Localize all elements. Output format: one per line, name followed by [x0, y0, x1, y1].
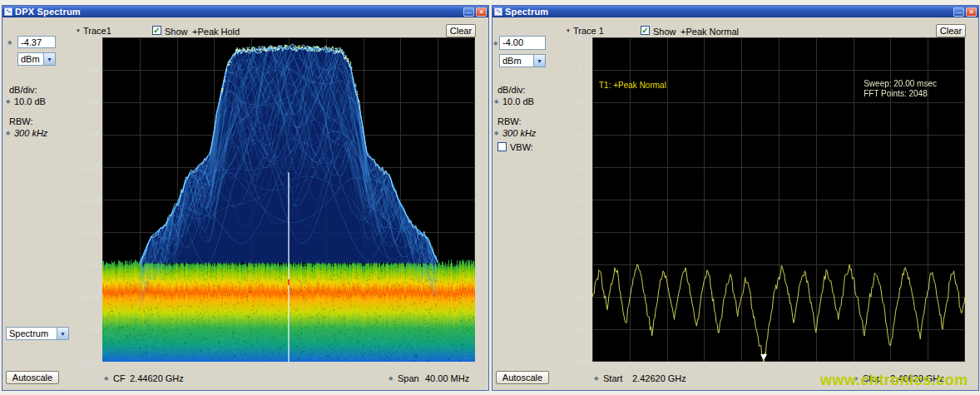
spectrum-plot: T1: +Peak Normal Sweep: 20.00 msec FFT P… [592, 37, 965, 362]
span-label: Span [398, 373, 419, 383]
y-axis-label: -104.0 [566, 358, 589, 367]
unit-select[interactable]: dBm ▼ [499, 54, 546, 67]
y-axis-label: -34.0 [570, 131, 589, 140]
y-axis-label: -14.0 [570, 66, 589, 75]
fft-points-text: FFT Points: 2048 [864, 89, 937, 99]
dropdown-arrow-icon: ▼ [57, 328, 68, 339]
y-axis-label: -94.4 [80, 325, 99, 334]
window-title: Spectrum [505, 7, 548, 17]
y-axis-label: -24.4 [80, 98, 99, 107]
dpx-plot [102, 37, 475, 362]
db-div-label: dB/div: [497, 85, 526, 95]
spectrum-window: ∿ Spectrum — ✕ ◆ -4.00 dBm ▼ dB/div: ◆ 1… [492, 5, 979, 391]
y-axis: -4.4-14.4-24.4-34.4-44.4-54.4-64.4-74.4-… [72, 37, 101, 363]
db-div-value[interactable]: 10.0 dB [502, 96, 534, 106]
spectrum-titlebar[interactable]: ∿ Spectrum — ✕ [492, 6, 978, 17]
dpx-body: ◆ -4.37 dBm ▼ dB/div: ◆ 10.0 dB RBW: ◆ 3… [2, 17, 488, 390]
y-axis-label: -64.0 [570, 228, 589, 237]
app-icon: ∿ [494, 7, 502, 16]
detector-label: +Peak Normal [681, 27, 739, 37]
desktop: ∿ DPX Spectrum — ✕ ◆ -4.37 dBm ▼ dB/div:… [0, 0, 980, 395]
sweep-annotation: Sweep: 20.00 msec FFT Points: 2048 [864, 79, 937, 99]
sweep-text: Sweep: 20.00 msec [864, 79, 937, 89]
y-axis-label: -64.4 [80, 228, 99, 237]
rbw-label: RBW: [9, 116, 33, 126]
dropdown-arrow-icon: ▼ [533, 55, 545, 67]
db-div-label: dB/div: [9, 85, 37, 95]
span-value[interactable]: 40.00 MHz [425, 373, 469, 383]
y-axis-label: -24.0 [570, 98, 589, 107]
unit-value: dBm [500, 56, 533, 66]
cf-label: CF [113, 373, 126, 383]
dpx-plot-canvas[interactable] [102, 37, 475, 362]
y-axis-label: -44.4 [80, 163, 99, 172]
show-label: Show [653, 27, 676, 37]
vbw-label: VBW: [510, 142, 533, 152]
db-div-value[interactable]: 10.0 dB [14, 96, 46, 106]
anchor-icon: ◆ [494, 98, 498, 105]
y-axis-label: -4.0 [575, 33, 589, 42]
start-value[interactable]: 2.42620 GHz [632, 373, 686, 383]
y-axis-label: -4.4 [85, 33, 99, 42]
show-checkbox[interactable]: ✓ [152, 26, 161, 35]
y-axis-label: -14.4 [80, 66, 99, 75]
y-axis-label: -74.4 [80, 260, 99, 269]
anchor-icon: ◆ [6, 130, 10, 136]
rbw-value[interactable]: 300 kHz [14, 128, 47, 138]
anchor-icon: ◆ [494, 130, 498, 136]
y-axis: -4.0-14.0-24.0-34.0-44.0-54.0-64.0-74.0-… [562, 37, 591, 363]
dpx-spectrum-window: ∿ DPX Spectrum — ✕ ◆ -4.37 dBm ▼ dB/div:… [2, 5, 489, 391]
clear-button[interactable]: Clear [936, 24, 966, 37]
y-axis-label: -94.0 [570, 325, 589, 334]
cf-value[interactable]: 2.44620 GHz [130, 373, 184, 383]
window-title: DPX Spectrum [15, 7, 81, 17]
anchor-icon: ◆ [6, 98, 10, 105]
ref-level-field[interactable]: -4.00 [499, 36, 546, 50]
rbw-value[interactable]: 300 kHz [502, 128, 536, 138]
spectrum-body: ◆ -4.00 dBm ▼ dB/div: ◆ 10.0 dB RBW: ◆ 3… [492, 17, 978, 390]
anchor-icon: ◆ [7, 39, 12, 46]
y-axis-label: -54.4 [80, 195, 99, 205]
display-mode-value: Spectrum [7, 328, 57, 338]
minimize-button[interactable]: — [463, 7, 474, 17]
autoscale-button[interactable]: Autoscale [496, 371, 549, 384]
y-axis-label: -54.0 [570, 195, 589, 205]
check-icon: ✓ [641, 27, 649, 34]
y-axis-label: -84.0 [570, 293, 589, 302]
close-button[interactable]: ✕ [476, 7, 487, 17]
y-axis-label: -84.4 [80, 293, 99, 302]
clear-button[interactable]: Clear [446, 24, 476, 37]
unit-select[interactable]: dBm ▼ [17, 52, 56, 66]
watermark: www.chtronics.com [820, 372, 968, 389]
dropdown-arrow-icon: ▼ [43, 53, 55, 65]
ref-level-field[interactable]: -4.37 [17, 36, 56, 48]
y-axis-label: -104.4 [76, 358, 99, 367]
show-checkbox[interactable]: ✓ [641, 26, 650, 35]
vbw-checkbox[interactable] [497, 142, 507, 151]
y-axis-label: -74.0 [570, 260, 589, 269]
trace-selector-arrow-icon[interactable]: ▼ [566, 28, 571, 33]
check-icon: ✓ [153, 27, 161, 34]
anchor-icon: ◆ [389, 375, 393, 382]
y-axis-label: -44.0 [570, 163, 589, 172]
anchor-icon: ◆ [104, 375, 108, 382]
y-axis-label: -34.4 [80, 131, 99, 140]
unit-value: dBm [18, 54, 43, 64]
start-label: Start [603, 373, 622, 383]
display-mode-select[interactable]: Spectrum ▼ [6, 327, 69, 340]
dpx-titlebar[interactable]: ∿ DPX Spectrum — ✕ [2, 6, 488, 17]
close-button[interactable]: ✕ [966, 7, 977, 17]
app-icon: ∿ [4, 7, 12, 16]
detector-label: +Peak Hold [192, 27, 240, 37]
autoscale-button[interactable]: Autoscale [6, 371, 59, 384]
rbw-label: RBW: [497, 116, 522, 126]
anchor-icon: ◆ [493, 40, 497, 47]
minimize-button[interactable]: — [953, 7, 964, 17]
anchor-icon: ◆ [594, 375, 598, 382]
show-label: Show [165, 27, 188, 37]
trace-info-annotation: T1: +Peak Normal [599, 81, 666, 90]
trace-selector-arrow-icon[interactable]: ▼ [76, 28, 81, 33]
